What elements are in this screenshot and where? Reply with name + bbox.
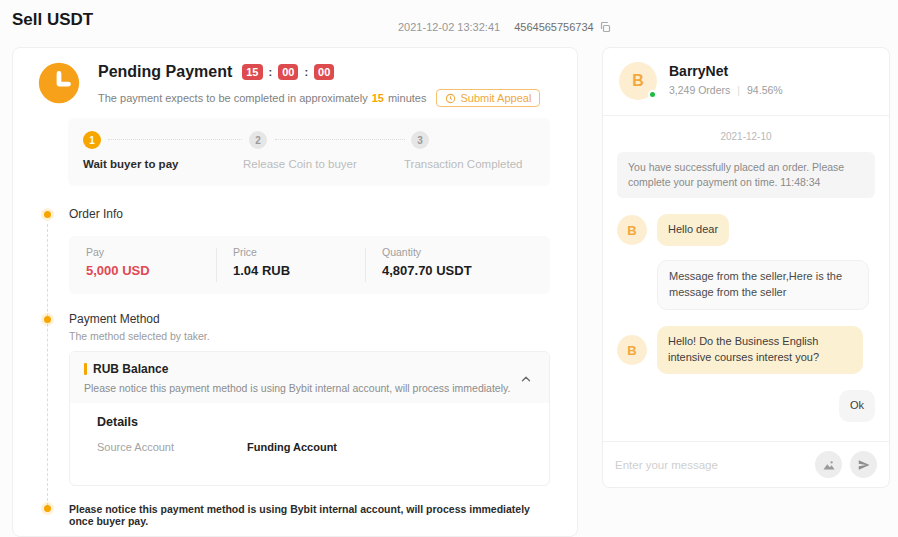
step-3-label: Transaction Completed (404, 158, 522, 170)
divider (365, 248, 366, 282)
timer-minutes: 00 (278, 64, 298, 80)
chevron-up-icon[interactable] (519, 372, 533, 386)
seller-message-row: B Hello dear (617, 214, 875, 246)
payment-method-details: Details Source Account Funding Account (70, 403, 549, 453)
status-title: Pending Payment (98, 63, 232, 81)
progress-steps: 1 2 3 Wait buyer to pay Release Coin to … (68, 118, 550, 186)
timer-seconds: 00 (314, 64, 334, 80)
orders-count: 3,249 Orders (669, 84, 730, 96)
payment-method-title: Payment Method (69, 312, 160, 326)
price-cell: Price 1.04 RUB (233, 246, 290, 278)
chat-date: 2021-12-10 (617, 131, 875, 142)
submit-appeal-button[interactable]: Submit Appeal (436, 89, 540, 107)
order-info-box: Pay 5,000 USD Price 1.04 RUB Quantity 4,… (69, 236, 550, 294)
quantity-value: 4,807.70 USDT (382, 263, 472, 278)
order-info-title: Order Info (69, 207, 123, 221)
seller-message-row: B Hello! Do the Business English intensi… (617, 326, 875, 374)
pending-clock-icon (37, 61, 81, 105)
step-1-label: Wait buyer to pay (83, 158, 178, 170)
user-message: Ok (839, 390, 875, 422)
seller-message: Hello dear (657, 214, 729, 246)
timer-hours: 15 (242, 64, 262, 80)
page-title: Sell USDT (12, 10, 93, 30)
payment-method-subtitle: The method selected by taker. (69, 330, 210, 342)
section-timeline (47, 224, 48, 506)
counterparty-name: BarryNet (669, 63, 728, 79)
pay-cell: Pay 5,000 USD (86, 246, 150, 278)
divider (216, 248, 217, 282)
step-2-label: Release Coin to buyer (243, 158, 357, 170)
step-1-dot: 1 (83, 131, 101, 149)
avatar: B (617, 215, 647, 245)
order-meta: 2021-12-02 13:32:41 4564565756734 (398, 21, 611, 33)
payment-method-header: RUB Balance Please notice this payment m… (70, 352, 549, 403)
step-connector (108, 139, 242, 140)
step-2-dot: 2 (249, 131, 267, 149)
accent-bar (84, 363, 87, 375)
minutes-value: 15 (372, 92, 384, 104)
payment-method-card: RUB Balance Please notice this payment m… (69, 351, 550, 486)
pending-payment-header: Pending Payment 15 : 00 : 00 (98, 63, 334, 81)
pay-value: 5,000 USD (86, 263, 150, 278)
section-bullet (44, 316, 51, 323)
payment-notice: Please notice this payment method is usi… (69, 503, 547, 527)
chat-messages: 2021-12-10 You have successfully placed … (603, 117, 889, 441)
p2p-order-page: Sell USDT 2021-12-02 13:32:41 4564565756… (0, 0, 898, 537)
system-message: You have successfully placed an order. P… (617, 152, 875, 198)
order-id: 4564565756734 (514, 21, 594, 33)
method-name: RUB Balance (93, 362, 168, 376)
chat-header: B BarryNet 3,249 Orders | 94.56% (603, 48, 889, 116)
avatar: B (619, 62, 657, 100)
source-account-label: Source Account (97, 441, 247, 453)
send-icon[interactable] (850, 451, 877, 478)
quantity-cell: Quantity 4,807.70 USDT (382, 246, 472, 278)
step-connector (275, 139, 405, 140)
order-datetime: 2021-12-02 13:32:41 (398, 21, 500, 33)
image-upload-icon[interactable] (815, 451, 842, 478)
source-account-value: Funding Account (247, 441, 337, 453)
completion-rate: 94.56% (747, 84, 783, 96)
section-bullet (44, 211, 51, 218)
section-bullet (44, 505, 51, 512)
auto-seller-message: Message from the seller,Here is the mess… (657, 260, 869, 310)
appeal-clock-icon (445, 93, 456, 104)
price-value: 1.04 RUB (233, 263, 290, 278)
chat-input-bar (603, 441, 889, 487)
counterparty-stats: 3,249 Orders | 94.56% (669, 84, 783, 96)
online-status-dot (648, 90, 657, 99)
order-detail-card: Pending Payment 15 : 00 : 00 The payment… (12, 47, 578, 537)
step-3-dot: 3 (411, 131, 429, 149)
user-message-row: Ok (617, 390, 875, 422)
seller-message: Hello! Do the Business English intensive… (657, 326, 863, 374)
detail-row: Source Account Funding Account (97, 441, 535, 453)
copy-icon[interactable] (599, 21, 611, 33)
avatar: B (617, 335, 647, 365)
chat-panel: B BarryNet 3,249 Orders | 94.56% 2021-12… (602, 47, 890, 488)
details-title: Details (97, 415, 535, 429)
chat-message-input[interactable] (615, 459, 807, 471)
method-note: Please notice this payment method is usi… (84, 382, 535, 394)
status-subtitle: The payment expects to be completed in a… (98, 89, 540, 107)
